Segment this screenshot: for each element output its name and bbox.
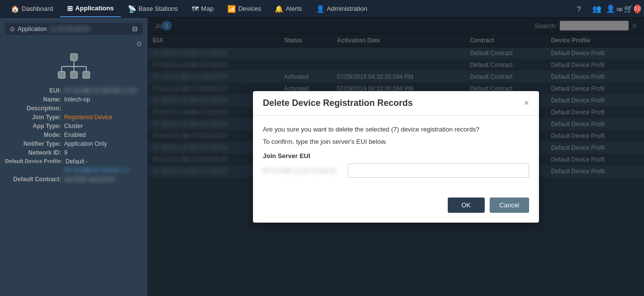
sidebar-network-id-value: 9 (64, 149, 143, 156)
user-profile-button[interactable]: 👤 op (607, 1, 622, 17)
sidebar-default-contract-value: and blah and provit (64, 176, 143, 183)
dashboard-icon: 🏠 (11, 5, 19, 13)
sidebar-default-device-profile-label: Default Device Profile: (5, 158, 66, 165)
sidebar-network-id-field: Network ID: 9 (5, 149, 143, 156)
nav-administration[interactable]: 👤 Administration (309, 0, 374, 17)
svg-rect-6 (71, 71, 77, 78)
chevron-down-icon: ⊙ (10, 26, 15, 33)
modal-body: Are you sure you want to delete the sele… (253, 116, 539, 197)
nav-map-label: Map (201, 5, 214, 12)
sidebar-eui-field: EUI: FF:AA:BB:CC:DD:EE:11:22 (5, 87, 143, 94)
modal-confirm-text: To confirm, type the join server's EUI b… (263, 138, 529, 145)
sidebar-default-device-profile-field: Default Device Profile: Default - (5, 158, 143, 165)
modal-eui-row: FF:AA:BB:11:22:33:44:55 (263, 164, 529, 178)
nav-administration-label: Administration (327, 5, 367, 12)
sidebar-join-type-field: Join Type: Registered Device (5, 114, 143, 121)
applications-icon: ⊞ (67, 4, 73, 12)
main-layout: ⊙ Application 11:22:33:44:55 ⊟ ⚙ (0, 18, 644, 296)
nav-applications-label: Applications (75, 4, 114, 12)
modal-title: Delete Device Registration Records (263, 98, 413, 108)
sidebar-description-value (64, 105, 143, 112)
modal-close-button[interactable]: × (524, 98, 529, 108)
sidebar-mode-label: Mode: (5, 132, 64, 138)
nav-dashboard-label: Dashboard (22, 5, 53, 12)
nav-base-stations[interactable]: 📡 Base Stations (121, 0, 185, 17)
sidebar-header[interactable]: ⊙ Application 11:22:33:44:55 ⊟ (5, 23, 143, 35)
modal-header: Delete Device Registration Records × (253, 91, 539, 116)
nav-alerts-label: Alerts (286, 5, 302, 12)
users-button[interactable]: 👥 (589, 1, 605, 17)
nav-map[interactable]: 🗺 Map (185, 0, 220, 17)
nav-applications[interactable]: ⊞ Applications (60, 0, 121, 17)
cancel-button[interactable]: Cancel (490, 197, 529, 213)
sidebar-link-label (5, 167, 64, 174)
sidebar-notifier-type-value: Application Only (64, 140, 143, 147)
devices-icon: 📶 (227, 5, 236, 13)
sidebar-default-contract-field: Default Contract: and blah and provit (5, 176, 143, 183)
nav-right-tools: ? 👥 👤 op 🛒0.0 (571, 1, 640, 17)
nav-alerts[interactable]: 🔔 Alerts (268, 0, 309, 17)
sidebar-mode-field: Mode: Enabled (5, 132, 143, 138)
sidebar-join-type-value: Registered Device (64, 114, 143, 121)
cart-button[interactable]: 🛒0.0 (624, 1, 640, 17)
nav-devices-label: Devices (238, 5, 261, 12)
sidebar-notifier-type-label: Notifier Type: (5, 140, 64, 147)
sidebar-join-type-label: Join Type: (5, 114, 64, 121)
nav-base-stations-label: Base Stations (139, 5, 178, 12)
modal-message: Are you sure you want to delete the sele… (263, 126, 529, 133)
sidebar-network-icon-area (5, 53, 143, 82)
modal-footer: OK Cancel (253, 197, 539, 223)
user-label: op (616, 6, 622, 12)
map-icon: 🗺 (192, 5, 199, 13)
sidebar-app-type-value: Cluster (64, 123, 143, 130)
nav-dashboard[interactable]: 🏠 Dashboard (4, 0, 60, 17)
sidebar-name-value: Initech-op (64, 96, 143, 103)
sidebar-network-id-label: Network ID: (5, 149, 64, 156)
modal-overlay: Delete Device Registration Records × Are… (148, 18, 644, 296)
sidebar-fields: EUI: FF:AA:BB:CC:DD:EE:11:22 Name: Inite… (5, 87, 143, 183)
network-tree-icon (57, 53, 91, 82)
svg-rect-0 (71, 54, 77, 61)
content-area: Jo 3 Search: ✕ EUI Status Activation Dat… (148, 18, 644, 296)
sidebar-app-label: ⊙ Application 11:22:33:44:55 (10, 26, 89, 33)
sidebar-default-contract-label: Default Contract: (5, 176, 64, 183)
sidebar-name-label: Name: (5, 96, 64, 103)
svg-rect-4 (58, 71, 65, 78)
sidebar-eui-value: FF:AA:BB:CC:DD:EE:11:22 (64, 87, 143, 94)
nav-devices[interactable]: 📶 Devices (220, 0, 268, 17)
svg-rect-8 (83, 71, 90, 78)
sidebar-default-device-profile-value: Default - (66, 158, 143, 165)
user-icon: 👤 (606, 4, 615, 13)
alerts-icon: 🔔 (275, 5, 283, 13)
top-navigation: 🏠 Dashboard ⊞ Applications 📡 Base Statio… (0, 0, 644, 18)
delete-dialog: Delete Device Registration Records × Are… (253, 91, 539, 223)
sidebar-app-type-field: App Type: Cluster (5, 123, 143, 130)
modal-eui-input[interactable] (348, 164, 529, 178)
sidebar-link-value: FF:AA:BB:CC:DD:00 + 2 (64, 167, 143, 174)
sidebar: ⊙ Application 11:22:33:44:55 ⊟ ⚙ (0, 18, 148, 296)
cart-count: 0.0 (634, 4, 641, 13)
sidebar-app-id: 11:22:33:44:55 (50, 26, 89, 33)
modal-eui-display: FF:AA:BB:11:22:33:44:55 (263, 167, 342, 174)
sidebar-name-field: Name: Initech-op (5, 96, 143, 103)
administration-icon: 👤 (316, 5, 324, 13)
ok-button[interactable]: OK (448, 197, 485, 213)
sidebar-notifier-type-field: Notifier Type: Application Only (5, 140, 143, 147)
sidebar-mode-value: Enabled (64, 132, 143, 138)
sidebar-link-field: FF:AA:BB:CC:DD:00 + 2 (5, 167, 143, 174)
sidebar-gear-icon[interactable]: ⚙ (5, 40, 143, 48)
sidebar-app-type-label: App Type: (5, 123, 64, 130)
sidebar-description-field: Description: (5, 105, 143, 112)
help-button[interactable]: ? (571, 1, 587, 17)
sidebar-eui-label: EUI: (5, 87, 64, 94)
modal-eui-section-label: Join Server EUI (263, 152, 529, 160)
sidebar-description-label: Description: (5, 105, 64, 112)
base-stations-icon: 📡 (128, 5, 136, 13)
sidebar-copy-icon: ⊟ (132, 25, 138, 33)
